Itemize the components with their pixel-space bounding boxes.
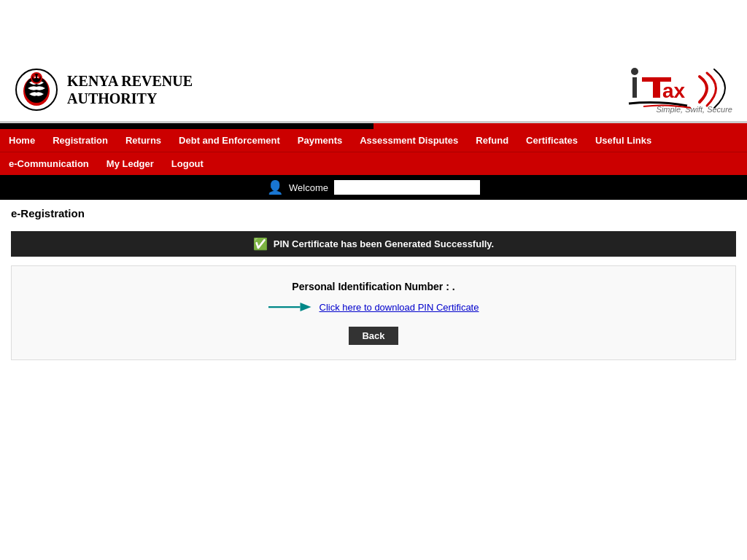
nav-refund[interactable]: Refund bbox=[467, 129, 517, 152]
nav-bar-top: Home Registration Returns Debt and Enfor… bbox=[0, 129, 747, 152]
nav-payments[interactable]: Payments bbox=[289, 129, 351, 152]
back-button[interactable]: Back bbox=[349, 327, 398, 345]
nav-logout[interactable]: Logout bbox=[163, 152, 212, 175]
nav-registration[interactable]: Registration bbox=[44, 129, 117, 152]
itax-logo-section: ax Simple, Swift, Secure bbox=[622, 66, 732, 114]
nav-debt-enforcement[interactable]: Debt and Enforcement bbox=[170, 129, 289, 152]
success-bar: ✅ PIN Certificate has been Generated Suc… bbox=[11, 231, 736, 257]
user-icon: 👤 bbox=[267, 179, 283, 195]
nav-home[interactable]: Home bbox=[0, 129, 44, 152]
nav-e-communication[interactable]: e-Communication bbox=[0, 152, 98, 175]
nav-certificates[interactable]: Certificates bbox=[517, 129, 587, 152]
itax-logo-svg: ax bbox=[622, 66, 694, 109]
main-content: e-Registration ✅ PIN Certificate has bee… bbox=[0, 200, 747, 368]
download-pin-link[interactable]: Click here to download PIN Certificate bbox=[320, 302, 479, 313]
header: Kenya Revenue Authority bbox=[0, 58, 747, 123]
svg-point-8 bbox=[37, 77, 39, 78]
divider-bar bbox=[0, 123, 747, 129]
svg-rect-12 bbox=[653, 82, 660, 98]
svg-rect-10 bbox=[632, 77, 637, 98]
content-area: Personal Identification Number : . Click… bbox=[11, 265, 736, 360]
welcome-username bbox=[334, 180, 480, 195]
success-message: PIN Certificate has been Generated Succe… bbox=[274, 238, 495, 249]
download-row: Click here to download PIN Certificate bbox=[34, 298, 713, 316]
svg-point-6 bbox=[37, 74, 40, 79]
nav-my-ledger[interactable]: My Ledger bbox=[98, 152, 163, 175]
arrow-right-icon bbox=[268, 298, 312, 316]
kra-name: Kenya Revenue Authority bbox=[67, 72, 193, 107]
nav-bar-bottom: e-Communication My Ledger Logout bbox=[0, 152, 747, 175]
svg-point-9 bbox=[631, 68, 638, 75]
svg-marker-15 bbox=[300, 303, 311, 311]
welcome-label: Welcome bbox=[289, 182, 328, 193]
nav-assessment-disputes[interactable]: Assessment Disputes bbox=[351, 129, 467, 152]
page-title: e-Registration bbox=[11, 207, 736, 222]
welcome-bar: 👤 Welcome bbox=[0, 175, 747, 200]
svg-point-5 bbox=[33, 74, 36, 79]
nav-useful-links[interactable]: Useful Links bbox=[587, 129, 660, 152]
svg-text:ax: ax bbox=[662, 79, 686, 102]
pin-label: Personal Identification Number : . bbox=[34, 281, 713, 292]
svg-point-7 bbox=[34, 77, 36, 78]
nav-returns[interactable]: Returns bbox=[117, 129, 170, 152]
itax-swoosh-svg bbox=[696, 66, 732, 109]
success-icon: ✅ bbox=[253, 237, 268, 251]
kra-lion-logo bbox=[15, 68, 58, 112]
kra-logo-section: Kenya Revenue Authority bbox=[15, 68, 193, 112]
